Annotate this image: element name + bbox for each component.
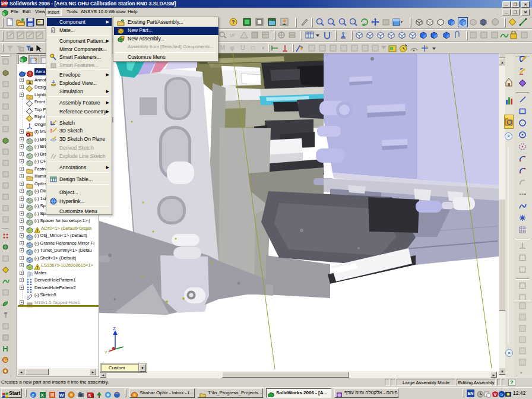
svg-text:V: V bbox=[494, 392, 497, 397]
svg-text:e: e bbox=[31, 392, 34, 398]
svg-text:UF: UF bbox=[230, 33, 235, 37]
svg-text:?: ? bbox=[232, 19, 235, 25]
svg-text:b: b bbox=[501, 392, 504, 397]
svg-text:3: 3 bbox=[50, 128, 53, 134]
svg-text:S: S bbox=[88, 394, 91, 398]
svg-text:Y: Y bbox=[104, 350, 107, 354]
svg-text:W: W bbox=[59, 392, 64, 398]
svg-text:G: G bbox=[4, 358, 7, 362]
svg-text:Z: Z bbox=[113, 326, 116, 331]
svg-text:X: X bbox=[41, 392, 45, 398]
